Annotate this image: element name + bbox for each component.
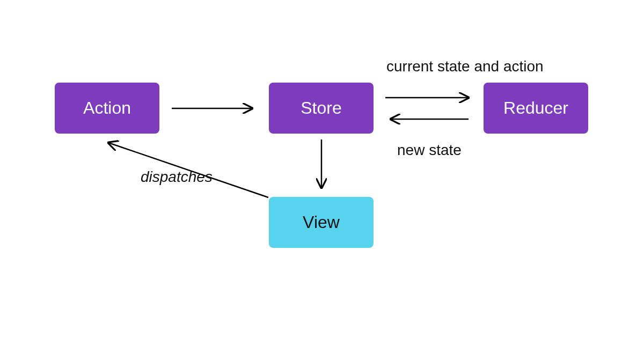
label-current-state-and-action: current state and action [386,58,544,75]
label-dispatches: dispatches [141,168,213,186]
node-view-label: View [303,212,340,232]
arrow-action-to-store [172,103,258,114]
node-reducer: Reducer [484,83,588,134]
node-view: View [269,197,374,248]
label-new-state: new state [397,142,462,159]
node-reducer-label: Reducer [503,98,568,118]
node-store: Store [269,83,374,134]
arrow-store-to-reducer [385,92,474,103]
arrow-store-to-view [316,139,327,193]
node-store-label: Store [301,98,341,118]
node-action-label: Action [83,98,131,118]
node-action: Action [55,83,159,134]
arrow-reducer-to-store [385,114,474,124]
